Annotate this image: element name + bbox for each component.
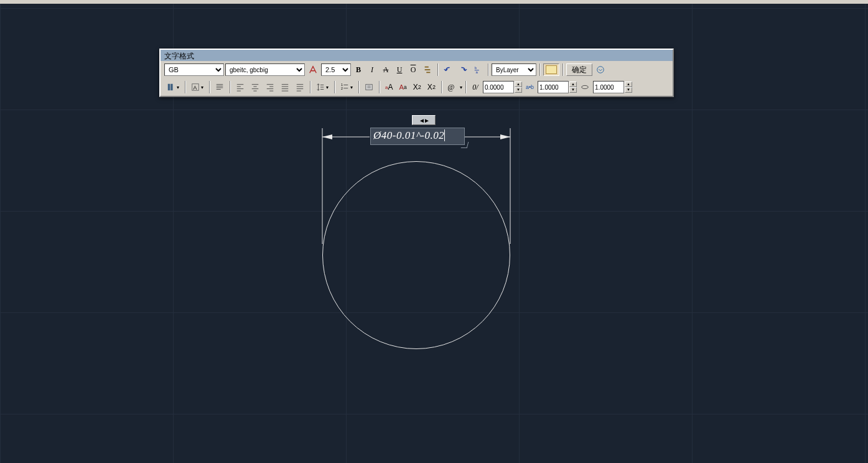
color-select[interactable]: ByLayer bbox=[492, 63, 536, 76]
divider bbox=[209, 81, 210, 93]
insert-field-button[interactable] bbox=[362, 81, 376, 93]
width-factor-input[interactable]: ▲▼ bbox=[593, 81, 632, 93]
oblique-angle-label: 0/ bbox=[469, 81, 482, 93]
toolbar-row-2: ▾ A▾ ▾ 12▾ bbox=[161, 78, 673, 96]
stack-button[interactable] bbox=[421, 63, 434, 76]
strikethrough-button[interactable]: A bbox=[380, 63, 392, 76]
superscript-button[interactable]: X2 bbox=[411, 81, 424, 93]
width-factor-value[interactable] bbox=[593, 81, 624, 93]
columns-button[interactable]: ▾ bbox=[164, 81, 182, 93]
align-center-button[interactable] bbox=[248, 81, 262, 93]
divider bbox=[379, 81, 380, 93]
divider bbox=[230, 81, 230, 93]
divider bbox=[310, 81, 310, 93]
spin-up[interactable]: ▲ bbox=[515, 82, 522, 87]
oblique-angle-input[interactable]: ▲▼ bbox=[483, 81, 522, 93]
text-style-select[interactable]: GB bbox=[164, 63, 224, 76]
svg-marker-5 bbox=[500, 134, 510, 139]
lowercase-button[interactable]: Aa bbox=[396, 81, 409, 93]
spin-up[interactable]: ▲ bbox=[625, 82, 632, 87]
spin-down[interactable]: ▼ bbox=[515, 87, 522, 93]
spin-down[interactable]: ▼ bbox=[569, 87, 577, 93]
divider bbox=[465, 81, 466, 93]
svg-rect-11 bbox=[170, 84, 173, 91]
ruler-icon bbox=[546, 65, 557, 74]
options-button[interactable] bbox=[594, 63, 607, 76]
symbol-button[interactable]: @ bbox=[445, 81, 457, 93]
toolbar-row-1: GB gbeitc, gbcbig 2.5 B I A U O bbox=[161, 61, 673, 78]
drawing-canvas[interactable]: ◄► Ø40-0.01^-0.02 文字格式 GB gbeitc, gbcbig… bbox=[0, 4, 868, 463]
divider bbox=[334, 81, 335, 93]
annotative-icon[interactable] bbox=[306, 63, 320, 76]
ruler-toggle[interactable] bbox=[543, 63, 559, 76]
width-factor-label bbox=[578, 81, 592, 93]
numbering-button[interactable]: 12▾ bbox=[338, 81, 355, 93]
tracking-input[interactable]: ▲▼ bbox=[538, 81, 577, 93]
text-format-panel: 文字格式 GB gbeitc, gbcbig 2.5 B I A U O bbox=[159, 49, 674, 97]
svg-text:2: 2 bbox=[341, 87, 343, 90]
svg-text:a: a bbox=[476, 70, 478, 74]
redo-button[interactable] bbox=[456, 63, 470, 76]
align-right-button[interactable] bbox=[263, 81, 277, 93]
confirm-button[interactable]: 确定 bbox=[566, 63, 592, 76]
undo-button[interactable] bbox=[441, 63, 455, 76]
svg-text:b: b bbox=[475, 65, 477, 70]
divider bbox=[539, 63, 540, 76]
svg-point-17 bbox=[582, 85, 589, 88]
mtext-content: Ø40-0.01^-0.02 bbox=[373, 129, 444, 141]
spin-down[interactable]: ▼ bbox=[625, 87, 632, 93]
paragraph-button[interactable] bbox=[213, 81, 226, 93]
spin-up[interactable]: ▲ bbox=[569, 82, 577, 87]
text-width-grip[interactable]: ◄► bbox=[412, 115, 436, 125]
subscript-button[interactable]: X2 bbox=[425, 81, 438, 93]
circle-entity[interactable] bbox=[322, 161, 510, 349]
divider bbox=[185, 81, 185, 93]
underline-button[interactable]: U bbox=[393, 63, 406, 76]
text-corner-grip[interactable] bbox=[461, 142, 469, 148]
stack-fraction-button[interactable]: ba bbox=[471, 63, 485, 76]
chevron-down-icon: ▾ bbox=[177, 85, 179, 90]
mtext-editor[interactable]: Ø40-0.01^-0.02 bbox=[370, 128, 465, 145]
font-select[interactable]: gbeitc, gbcbig bbox=[225, 63, 305, 76]
svg-marker-4 bbox=[322, 134, 332, 139]
bold-button[interactable]: B bbox=[352, 63, 365, 76]
overline-button[interactable]: O bbox=[407, 63, 419, 76]
align-justify-button[interactable] bbox=[278, 81, 292, 93]
divider bbox=[562, 63, 563, 76]
text-height-select[interactable]: 2.5 bbox=[321, 63, 351, 76]
italic-button[interactable]: I bbox=[366, 63, 378, 76]
oblique-value[interactable] bbox=[483, 81, 514, 93]
svg-rect-16 bbox=[366, 85, 373, 90]
uppercase-button[interactable]: aA bbox=[383, 81, 395, 93]
divider bbox=[488, 63, 488, 76]
line-spacing-button[interactable]: ▾ bbox=[314, 81, 331, 93]
svg-point-9 bbox=[597, 67, 604, 73]
svg-text:A: A bbox=[194, 85, 197, 91]
divider bbox=[437, 63, 438, 76]
chevron-down-icon: ▾ bbox=[326, 85, 329, 90]
mtext-justify-button[interactable]: A▾ bbox=[189, 81, 206, 93]
tracking-value[interactable] bbox=[538, 81, 569, 93]
panel-title[interactable]: 文字格式 bbox=[161, 50, 673, 61]
align-left-button[interactable] bbox=[233, 81, 247, 93]
svg-rect-10 bbox=[168, 84, 170, 91]
divider bbox=[441, 81, 442, 93]
chevron-down-icon: ▾ bbox=[350, 85, 353, 90]
chevron-down-icon: ▾ bbox=[201, 85, 203, 90]
tracking-label: a•b bbox=[523, 81, 536, 93]
align-distribute-button[interactable] bbox=[293, 81, 307, 93]
text-cursor bbox=[444, 129, 445, 141]
divider bbox=[358, 81, 359, 93]
chevron-down-icon: ▾ bbox=[460, 85, 462, 90]
